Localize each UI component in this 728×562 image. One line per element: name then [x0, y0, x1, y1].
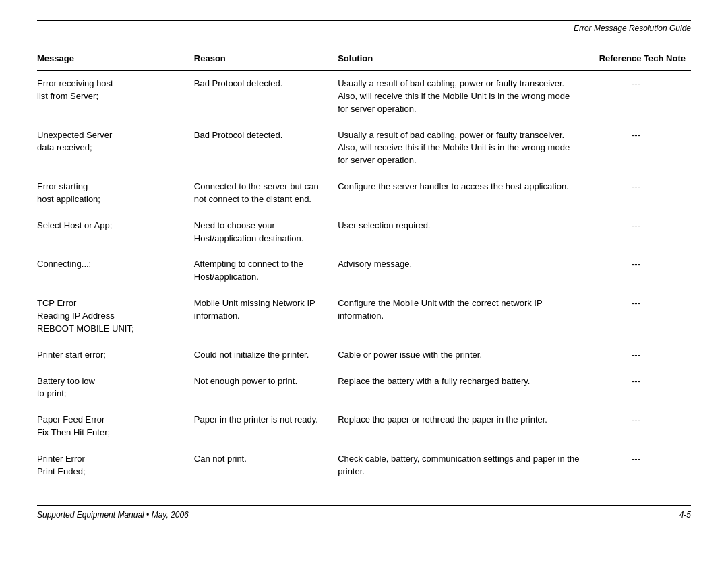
cell-reason: Connected to the server but can not conn…	[194, 174, 338, 213]
cell-solution: Cable or power issue with the printer.	[338, 342, 586, 369]
table-row: Select Host or App;Need to choose your H…	[37, 213, 691, 252]
col-header-message: Message	[37, 46, 194, 71]
cell-reason: Not enough power to print.	[194, 369, 338, 408]
cell-message: TCP Error Reading IP Address REBOOT MOBI…	[37, 290, 194, 342]
content: Message Reason Solution Reference Tech N…	[0, 33, 728, 485]
cell-ref: ---	[586, 446, 691, 485]
footer-right: 4-5	[679, 510, 691, 520]
col-header-solution: Solution	[338, 46, 586, 71]
cell-ref: ---	[586, 123, 691, 175]
error-table: Message Reason Solution Reference Tech N…	[37, 46, 691, 485]
cell-ref: ---	[586, 369, 691, 408]
cell-ref: ---	[586, 174, 691, 213]
table-row: Connecting...;Attempting to connect to t…	[37, 251, 691, 290]
table-header-row: Message Reason Solution Reference Tech N…	[37, 46, 691, 71]
table-row: Printer Error Print Ended;Can not print.…	[37, 446, 691, 485]
cell-solution: Advisory message.	[338, 251, 586, 290]
cell-message: Select Host or App;	[37, 213, 194, 252]
col-header-reason: Reason	[194, 46, 338, 71]
cell-ref: ---	[586, 213, 691, 252]
cell-solution: Configure the server handler to access t…	[338, 174, 586, 213]
cell-message: Printer start error;	[37, 342, 194, 369]
table-row: Printer start error;Could not initialize…	[37, 342, 691, 369]
cell-message: Printer Error Print Ended;	[37, 446, 194, 485]
cell-ref: ---	[586, 407, 691, 446]
cell-message: Battery too low to print;	[37, 369, 194, 408]
table-row: TCP Error Reading IP Address REBOOT MOBI…	[37, 290, 691, 342]
cell-solution: Replace the battery with a fully recharg…	[338, 369, 586, 408]
cell-reason: Could not initialize the printer.	[194, 342, 338, 369]
footer-left: Supported Equipment Manual • May, 2006	[37, 510, 189, 520]
cell-solution: Replace the paper or rethread the paper …	[338, 407, 586, 446]
cell-message: Connecting...;	[37, 251, 194, 290]
cell-reason: Need to choose your Host/application des…	[194, 213, 338, 252]
page: Error Message Resolution Guide Message R…	[0, 20, 728, 562]
cell-reason: Bad Protocol detected.	[194, 71, 338, 123]
cell-ref: ---	[586, 342, 691, 369]
cell-reason: Attempting to connect to the Host/applic…	[194, 251, 338, 290]
cell-ref: ---	[586, 290, 691, 342]
cell-message: Unexpected Server data received;	[37, 123, 194, 175]
cell-solution: Usually a result of bad cabling, power o…	[338, 71, 586, 123]
cell-solution: Configure the Mobile Unit with the corre…	[338, 290, 586, 342]
cell-ref: ---	[586, 71, 691, 123]
cell-reason: Paper in the printer is not ready.	[194, 407, 338, 446]
table-row: Error starting host application;Connecte…	[37, 174, 691, 213]
cell-solution: Check cable, battery, communication sett…	[338, 446, 586, 485]
cell-message: Error starting host application;	[37, 174, 194, 213]
table-row: Battery too low to print;Not enough powe…	[37, 369, 691, 408]
cell-message: Paper Feed Error Fix Then Hit Enter;	[37, 407, 194, 446]
cell-ref: ---	[586, 251, 691, 290]
col-header-ref: Reference Tech Note	[586, 46, 691, 71]
header-title: Error Message Resolution Guide	[0, 21, 728, 33]
table-row: Error receiving host list from Server;Ba…	[37, 71, 691, 123]
cell-solution: User selection required.	[338, 213, 586, 252]
cell-reason: Bad Protocol detected.	[194, 123, 338, 175]
cell-reason: Mobile Unit missing Network IP informati…	[194, 290, 338, 342]
cell-reason: Can not print.	[194, 446, 338, 485]
table-row: Unexpected Server data received;Bad Prot…	[37, 123, 691, 175]
table-row: Paper Feed Error Fix Then Hit Enter;Pape…	[37, 407, 691, 446]
cell-solution: Usually a result of bad cabling, power o…	[338, 123, 586, 175]
footer: Supported Equipment Manual • May, 2006 4…	[0, 506, 728, 520]
cell-message: Error receiving host list from Server;	[37, 71, 194, 123]
